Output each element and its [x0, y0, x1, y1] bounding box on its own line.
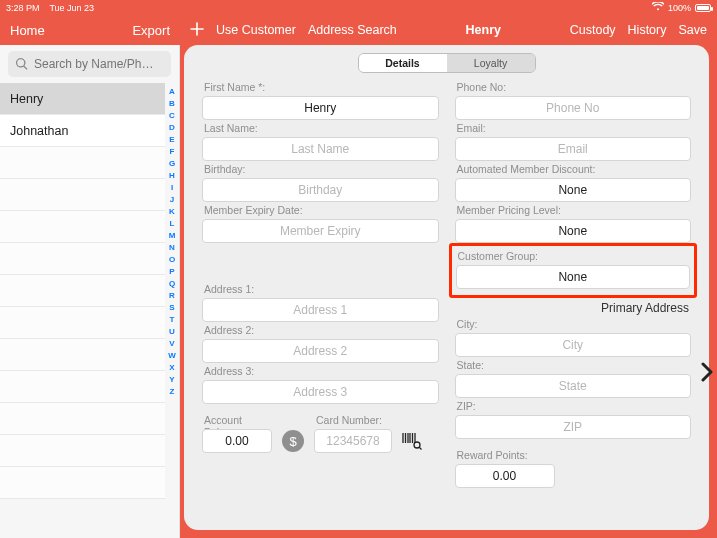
address3-field[interactable]: Address 3: [202, 380, 439, 404]
index-letter[interactable]: U: [169, 327, 175, 336]
custody-button[interactable]: Custody: [570, 23, 616, 37]
card-number-label: Card Number:: [316, 414, 392, 427]
search-icon: [15, 57, 29, 71]
reward-points-label: Reward Points:: [457, 449, 555, 462]
index-letter[interactable]: Y: [169, 375, 174, 384]
list-item-empty: .: [0, 275, 165, 307]
list-item-empty: .: [0, 403, 165, 435]
status-time: 3:28 PM: [6, 3, 40, 13]
city-field[interactable]: City: [455, 333, 692, 357]
save-button[interactable]: Save: [679, 23, 708, 37]
tab-details[interactable]: Details: [359, 54, 447, 72]
member-expiry-field[interactable]: Member Expiry: [202, 219, 439, 243]
first-name-field[interactable]: Henry: [202, 96, 439, 120]
pricing-level-field[interactable]: None: [455, 219, 692, 243]
card-number-field[interactable]: 12345678: [314, 429, 392, 453]
index-letter[interactable]: R: [169, 291, 175, 300]
home-button[interactable]: Home: [10, 23, 45, 38]
index-letter[interactable]: L: [170, 219, 175, 228]
phone-field[interactable]: Phone No: [455, 96, 692, 120]
list-item-empty: .: [0, 371, 165, 403]
address2-field[interactable]: Address 2: [202, 339, 439, 363]
export-button[interactable]: Export: [132, 23, 170, 38]
birthday-field[interactable]: Birthday: [202, 178, 439, 202]
index-letter[interactable]: I: [171, 183, 173, 192]
index-letter[interactable]: D: [169, 123, 175, 132]
index-letter[interactable]: G: [169, 159, 175, 168]
list-item-empty: .: [0, 147, 165, 179]
battery-icon: [695, 4, 711, 12]
list-item-empty: .: [0, 179, 165, 211]
wifi-icon: [652, 2, 664, 13]
list-item[interactable]: Johnathan: [0, 115, 165, 147]
index-letter[interactable]: Q: [169, 279, 175, 288]
account-balance-label: Account Balance:: [204, 414, 272, 427]
index-letter[interactable]: Z: [170, 387, 175, 396]
form-right-column: Phone No: Phone No Email: Email Automate…: [455, 79, 692, 520]
alpha-index[interactable]: ABCDEFGHIJKLMNOPQRSTUVWXYZ: [165, 83, 179, 538]
index-letter[interactable]: N: [169, 243, 175, 252]
list-item-empty: .: [0, 435, 165, 467]
primary-address-title: Primary Address: [455, 301, 690, 315]
tab-loyalty[interactable]: Loyalty: [447, 54, 535, 72]
email-field[interactable]: Email: [455, 137, 692, 161]
add-customer-button[interactable]: [190, 22, 204, 39]
index-letter[interactable]: B: [169, 99, 175, 108]
tabs-segment: Details Loyalty: [358, 53, 536, 73]
next-page-button[interactable]: [697, 360, 717, 384]
list-item-empty: .: [0, 467, 165, 499]
barcode-scan-icon[interactable]: [402, 430, 422, 452]
last-name-field[interactable]: Last Name: [202, 137, 439, 161]
index-letter[interactable]: W: [168, 351, 176, 360]
index-letter[interactable]: F: [170, 147, 175, 156]
state-label: State:: [457, 359, 692, 372]
state-field[interactable]: State: [455, 374, 692, 398]
status-date: Tue Jun 23: [49, 3, 94, 13]
index-letter[interactable]: X: [169, 363, 174, 372]
details-panel: Details Loyalty First Name *: Henry Last…: [184, 45, 709, 530]
sidebar: HenryJohnathan........... ABCDEFGHIJKLMN…: [0, 45, 180, 538]
index-letter[interactable]: C: [169, 111, 175, 120]
index-letter[interactable]: E: [169, 135, 174, 144]
index-letter[interactable]: J: [170, 195, 174, 204]
index-letter[interactable]: P: [169, 267, 174, 276]
birthday-label: Birthday:: [204, 163, 439, 176]
address1-label: Address 1:: [204, 283, 439, 296]
address3-label: Address 3:: [204, 365, 439, 378]
zip-field[interactable]: ZIP: [455, 415, 692, 439]
email-label: Email:: [457, 122, 692, 135]
index-letter[interactable]: T: [170, 315, 175, 324]
list-item-empty: .: [0, 339, 165, 371]
status-bar: 3:28 PM Tue Jun 23 100%: [0, 0, 717, 15]
customer-group-highlight: Customer Group: None: [449, 243, 698, 298]
auto-discount-label: Automated Member Discount:: [457, 163, 692, 176]
index-letter[interactable]: H: [169, 171, 175, 180]
address1-field[interactable]: Address 1: [202, 298, 439, 322]
list-item[interactable]: Henry: [0, 83, 165, 115]
reward-points-field[interactable]: 0.00: [455, 464, 555, 488]
currency-icon[interactable]: $: [282, 430, 304, 452]
form-left-column: First Name *: Henry Last Name: Last Name…: [202, 79, 439, 520]
sidebar-header: Home Export: [0, 15, 180, 45]
address2-label: Address 2:: [204, 324, 439, 337]
customer-group-field[interactable]: None: [456, 265, 691, 289]
auto-discount-field[interactable]: None: [455, 178, 692, 202]
search-input[interactable]: [8, 51, 171, 77]
index-letter[interactable]: S: [169, 303, 174, 312]
phone-label: Phone No:: [457, 81, 692, 94]
index-letter[interactable]: V: [169, 339, 174, 348]
address-search-button[interactable]: Address Search: [308, 23, 397, 37]
index-letter[interactable]: M: [169, 231, 176, 240]
history-button[interactable]: History: [628, 23, 667, 37]
index-letter[interactable]: A: [169, 87, 175, 96]
index-letter[interactable]: K: [169, 207, 175, 216]
first-name-label: First Name *:: [204, 81, 439, 94]
city-label: City:: [457, 318, 692, 331]
customer-list: HenryJohnathan........... ABCDEFGHIJKLMN…: [0, 83, 179, 538]
account-balance-field[interactable]: 0.00: [202, 429, 272, 453]
use-customer-button[interactable]: Use Customer: [216, 23, 296, 37]
zip-label: ZIP:: [457, 400, 692, 413]
customer-group-label: Customer Group:: [458, 250, 691, 263]
member-expiry-label: Member Expiry Date:: [204, 204, 439, 217]
index-letter[interactable]: O: [169, 255, 175, 264]
